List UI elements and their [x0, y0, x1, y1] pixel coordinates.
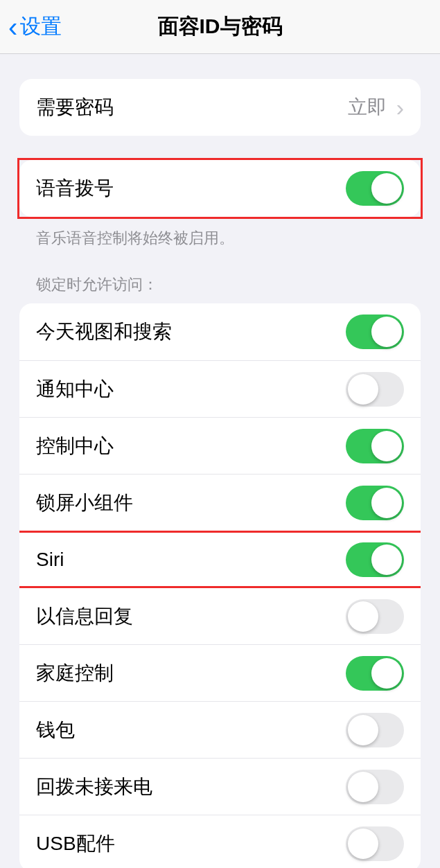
lock-access-toggle[interactable] — [346, 372, 404, 407]
back-button[interactable]: ‹ 设置 — [8, 12, 62, 41]
chevron-right-icon: › — [396, 94, 404, 121]
lock-access-label: 通知中心 — [36, 376, 114, 402]
lock-access-header: 锁定时允许访问： — [19, 249, 421, 303]
lock-access-row: USB配件 — [19, 815, 421, 868]
require-passcode-value: 立即 › — [348, 94, 404, 121]
lock-access-row: 以信息回复 — [19, 587, 421, 644]
lock-access-row: 回拨未接来电 — [19, 758, 421, 815]
lock-access-row: 通知中心 — [19, 360, 421, 417]
lock-access-label: 控制中心 — [36, 433, 114, 459]
back-label: 设置 — [20, 12, 62, 41]
lock-access-toggle[interactable] — [346, 770, 404, 804]
lock-access-row: 今天视图和搜索 — [19, 303, 421, 360]
lock-access-label: USB配件 — [36, 831, 115, 857]
nav-bar: ‹ 设置 面容ID与密码 — [0, 0, 440, 54]
lock-access-label: Siri — [36, 549, 64, 571]
require-passcode-label: 需要密码 — [36, 94, 114, 121]
lock-access-label: 钱包 — [36, 717, 75, 743]
lock-access-row: 家庭控制 — [19, 644, 421, 701]
require-passcode-group: 需要密码 立即 › — [19, 79, 421, 136]
lock-access-row: 锁屏小组件 — [19, 474, 421, 531]
lock-access-toggle[interactable] — [346, 599, 404, 634]
lock-access-toggle[interactable] — [346, 826, 404, 861]
lock-access-label: 回拨未接来电 — [36, 774, 152, 800]
voice-dial-row: 语音拨号 — [19, 160, 421, 217]
voice-dial-label: 语音拨号 — [36, 175, 114, 202]
lock-access-toggle[interactable] — [346, 713, 404, 747]
voice-dial-group: 语音拨号 — [19, 160, 421, 217]
lock-access-label: 锁屏小组件 — [36, 490, 133, 516]
chevron-left-icon: ‹ — [8, 13, 17, 41]
lock-access-group: 今天视图和搜索通知中心控制中心锁屏小组件Siri以信息回复家庭控制钱包回拨未接来… — [19, 303, 421, 868]
lock-access-row: 钱包 — [19, 701, 421, 758]
lock-access-toggle[interactable] — [346, 486, 404, 520]
lock-access-toggle[interactable] — [346, 542, 404, 577]
lock-access-row: Siri — [19, 531, 421, 587]
lock-access-label: 今天视图和搜索 — [36, 319, 172, 345]
require-passcode-row[interactable]: 需要密码 立即 › — [19, 79, 421, 136]
lock-access-toggle[interactable] — [346, 429, 404, 463]
voice-dial-footer: 音乐语音控制将始终被启用。 — [19, 217, 421, 249]
page-title: 面容ID与密码 — [158, 12, 283, 41]
voice-dial-highlight: 语音拨号 — [17, 158, 423, 219]
lock-access-toggle[interactable] — [346, 656, 404, 691]
voice-dial-toggle[interactable] — [346, 171, 404, 206]
lock-access-toggle[interactable] — [346, 315, 404, 349]
lock-access-label: 以信息回复 — [36, 603, 133, 630]
lock-access-row: 控制中心 — [19, 417, 421, 474]
lock-access-label: 家庭控制 — [36, 660, 114, 687]
